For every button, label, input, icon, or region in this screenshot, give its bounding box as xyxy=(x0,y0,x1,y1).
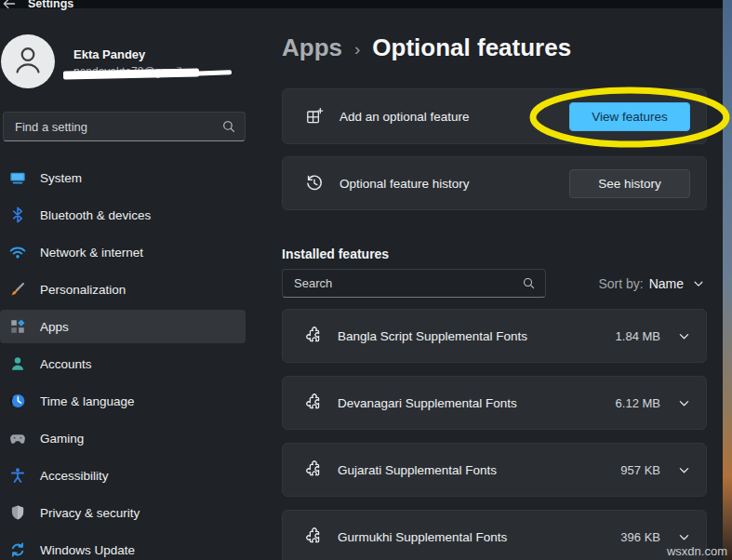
installed-features-heading: Installed features xyxy=(282,247,389,261)
optional-feature-history-card: Optional feature history See history xyxy=(282,156,707,210)
breadcrumb-separator: › xyxy=(354,39,360,60)
sidebar-item-privacy-security[interactable]: Privacy & security xyxy=(0,496,246,529)
chevron-down-icon[interactable] xyxy=(677,463,691,477)
sidebar-item-system[interactable]: System xyxy=(0,161,246,194)
sort-dropdown[interactable]: Sort by: Name xyxy=(598,276,705,291)
sidebar-search xyxy=(3,112,246,141)
avatar[interactable] xyxy=(1,34,55,88)
search-icon xyxy=(221,119,236,134)
sidebar-item-bluetooth-devices[interactable]: Bluetooth & devices xyxy=(0,198,246,232)
search-icon xyxy=(522,276,536,290)
chevron-down-icon[interactable] xyxy=(677,530,691,544)
feature-row[interactable]: Gujarati Supplemental Fonts 957 KB xyxy=(282,443,707,497)
update-icon xyxy=(9,541,26,558)
time-icon xyxy=(9,393,26,409)
feature-size: 1.84 MB xyxy=(616,329,660,343)
accessibility-icon xyxy=(9,467,26,484)
feature-size: 957 KB xyxy=(620,463,660,477)
sidebar-item-accessibility[interactable]: Accessibility xyxy=(0,459,246,492)
sidebar-item-accounts[interactable]: Accounts xyxy=(0,347,246,380)
sidebar-item-personalization[interactable]: Personalization xyxy=(0,273,246,306)
sidebar-item-network-internet[interactable]: Network & internet xyxy=(0,235,246,269)
system-icon xyxy=(9,169,26,186)
see-history-button[interactable]: See history xyxy=(569,169,690,198)
add-optional-feature-card: Add an optional feature View features xyxy=(282,88,707,144)
chevron-down-icon[interactable] xyxy=(677,396,691,410)
bluetooth-icon xyxy=(9,207,26,223)
sidebar-search-input[interactable] xyxy=(4,113,245,140)
personalization-icon xyxy=(9,281,26,298)
feature-row[interactable]: Devanagari Supplemental Fonts 6.12 MB xyxy=(282,376,707,430)
gaming-icon xyxy=(9,430,26,447)
breadcrumb-apps-link[interactable]: Apps xyxy=(282,33,342,62)
add-feature-label: Add an optional feature xyxy=(339,110,470,124)
sort-value: Name xyxy=(649,276,684,291)
chevron-down-icon[interactable] xyxy=(677,329,691,343)
titlebar-title: Settings xyxy=(28,0,73,10)
puzzle-icon xyxy=(305,393,324,412)
feature-size: 6.12 MB xyxy=(616,396,660,410)
sidebar-nav: System Bluetooth & devices Network & int… xyxy=(0,161,246,560)
sidebar-item-windows-update[interactable]: Windows Update xyxy=(0,533,246,560)
history-icon xyxy=(305,174,324,193)
watermark: wsxdn.com xyxy=(667,544,727,558)
apps-icon xyxy=(9,318,26,335)
view-features-button[interactable]: View features xyxy=(569,102,690,131)
installed-features-list: Bangla Script Supplemental Fonts 1.84 MB… xyxy=(282,309,707,560)
accounts-icon xyxy=(9,355,26,372)
features-search xyxy=(282,269,546,298)
settings-window: Settings Ekta Pandey pandeyekta78@gmail … xyxy=(0,0,732,560)
feature-size: 396 KB xyxy=(620,530,660,544)
chevron-down-icon xyxy=(692,277,705,290)
feature-row[interactable]: Gurmukhi Supplemental Fonts 396 KB xyxy=(282,510,707,560)
privacy-icon xyxy=(9,504,26,521)
puzzle-icon xyxy=(305,460,324,479)
person-icon xyxy=(9,41,47,82)
breadcrumb: Apps › Optional features xyxy=(282,33,571,62)
add-feature-icon xyxy=(305,107,324,126)
back-icon xyxy=(2,0,17,11)
history-label: Optional feature history xyxy=(339,177,470,191)
feature-row[interactable]: Bangla Script Supplemental Fonts 1.84 MB xyxy=(282,309,707,363)
page-title: Optional features xyxy=(372,33,571,62)
titlebar xyxy=(0,0,723,8)
puzzle-icon xyxy=(305,527,324,546)
user-name: Ekta Pandey xyxy=(73,47,145,61)
puzzle-icon xyxy=(305,327,324,345)
sidebar-item-time-language[interactable]: Time & language xyxy=(0,384,246,418)
network-icon xyxy=(9,244,26,260)
sidebar-item-gaming[interactable]: Gaming xyxy=(0,421,246,455)
features-search-input[interactable] xyxy=(283,270,545,297)
back-button[interactable] xyxy=(2,0,19,11)
sort-label: Sort by: xyxy=(598,276,643,291)
sidebar-item-apps[interactable]: Apps xyxy=(0,310,246,343)
desktop-wallpaper-sliver xyxy=(723,0,732,560)
